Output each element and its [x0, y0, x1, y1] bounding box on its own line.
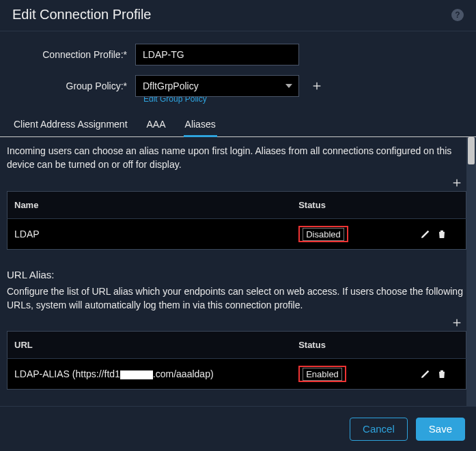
save-button[interactable]: Save [416, 418, 465, 441]
table-row: LDAP-ALIAS (https://ftd1.com/aaaldap) En… [8, 359, 466, 390]
aliases-table: Name Status LDAP Disabled [7, 191, 466, 250]
help-icon[interactable]: ? [451, 9, 464, 21]
url-alias-table: URL Status LDAP-ALIAS (https://ftd1.com/… [7, 331, 466, 390]
scrollbar-thumb[interactable] [468, 137, 475, 164]
group-policy-value: DfltGrpPolicy [143, 81, 199, 91]
delete-alias-button[interactable] [436, 228, 448, 240]
dialog-footer: Cancel Save [0, 406, 476, 451]
vertical-scrollbar[interactable] [466, 137, 476, 407]
status-badge: Disabled [298, 226, 348, 242]
status-badge: Enabled [298, 366, 346, 382]
add-url-alias-button[interactable] [449, 315, 465, 331]
plus-icon [451, 317, 462, 328]
plus-icon [451, 177, 462, 188]
connection-profile-input[interactable] [135, 44, 299, 66]
pencil-icon [420, 229, 431, 239]
aliases-name-header: Name [8, 191, 292, 218]
delete-url-alias-button[interactable] [436, 368, 448, 380]
tab-aaa[interactable]: AAA [145, 113, 167, 136]
url-alias-url-header: URL [8, 332, 292, 359]
trash-icon [436, 368, 447, 379]
trash-icon [436, 229, 447, 239]
table-row: LDAP Disabled [8, 218, 466, 249]
aliases-description: Incoming users can choose an alias name … [7, 144, 466, 172]
dialog-header: Edit Connection Profile ? [0, 0, 476, 31]
edit-connection-profile-dialog: Edit Connection Profile ? Connection Pro… [0, 0, 476, 451]
aliases-status-header: Status [292, 191, 402, 218]
plus-icon [311, 81, 322, 91]
edit-alias-button[interactable] [419, 228, 432, 240]
chevron-down-icon [285, 84, 292, 88]
aliases-actions-header [402, 191, 466, 218]
pencil-icon [420, 368, 431, 379]
group-policy-select[interactable]: DfltGrpPolicy [135, 75, 299, 97]
url-alias-url-cell: LDAP-ALIAS (https://ftd1.com/aaaldap) [8, 359, 292, 390]
url-alias-status-header: Status [292, 332, 402, 359]
cancel-button[interactable]: Cancel [350, 418, 408, 441]
alias-name-cell: LDAP [8, 218, 292, 249]
edit-url-alias-button[interactable] [419, 368, 432, 380]
add-group-policy-button[interactable] [309, 78, 325, 94]
add-alias-button[interactable] [449, 175, 465, 191]
url-alias-heading: URL Alias: [7, 269, 466, 280]
redacted-segment [120, 370, 153, 379]
form-area: Connection Profile: Group Policy: DfltGr… [0, 31, 476, 109]
url-alias-actions-header [402, 332, 466, 359]
url-alias-description: Configure the list of URL alias which yo… [7, 285, 466, 312]
connection-profile-row: Connection Profile: [12, 44, 464, 66]
connection-profile-label: Connection Profile: [12, 49, 135, 60]
aliases-panel: Incoming users can choose an alias name … [0, 137, 476, 407]
tab-client-address-assignment[interactable]: Client Address Assignment [12, 113, 129, 136]
dialog-title: Edit Connection Profile [12, 7, 151, 23]
url-alias-status-cell: Enabled [292, 359, 402, 390]
group-policy-label: Group Policy: [12, 81, 135, 91]
alias-status-cell: Disabled [292, 218, 402, 249]
tabs: Client Address Assignment AAA Aliases [0, 109, 476, 137]
tab-aliases[interactable]: Aliases [184, 113, 217, 136]
